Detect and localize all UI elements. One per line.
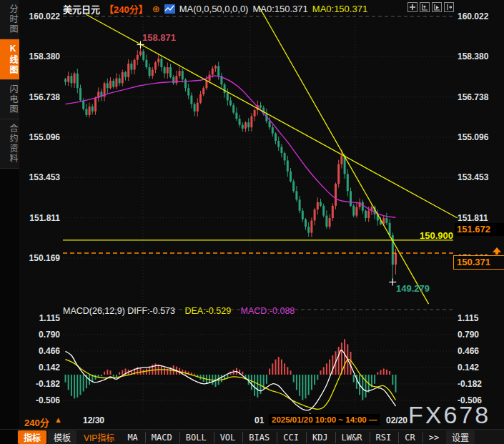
macd-tick-left: 0.466	[19, 346, 60, 356]
toolbar-tab-more[interactable]: >>	[423, 432, 445, 443]
period-label: 【240分】	[104, 2, 148, 16]
macd-tick-right: 0.466	[458, 346, 502, 356]
price-tick-right: 153.453	[458, 172, 502, 182]
sidebar-item-timeshare-chart[interactable]: 分时图	[0, 0, 19, 39]
sidebar-item-kline-chart[interactable]: K线图	[0, 39, 19, 80]
timeframe-arrow-icon[interactable]: ▲	[54, 415, 62, 424]
sidebar-item-contract-info[interactable]: 合约资料	[0, 119, 19, 169]
toolbar-tab-vip-indicator[interactable]: VIP指标	[78, 430, 120, 444]
hlines-layer	[63, 240, 453, 253]
symbol-name: 美元日元	[63, 2, 100, 16]
sidebar: 分时图K线图闪电图合约资料	[0, 0, 19, 169]
ma0-value-yellow: MA0:150.371	[312, 4, 367, 14]
toolbar-corner	[0, 430, 17, 444]
toolbar-tab-template[interactable]: 模板	[48, 430, 76, 444]
price-tick-right: 151.811	[458, 213, 502, 223]
axis-play-icon[interactable]	[432, 2, 442, 12]
add-indicator-icon[interactable]: ⊕	[152, 4, 160, 14]
toolbar-tab-cci[interactable]: CCI	[277, 432, 305, 443]
price-tick-right: 156.738	[458, 92, 502, 102]
macd-tick-left: 0.142	[19, 362, 60, 373]
peak-price-annotation: 158.871	[142, 32, 176, 43]
macd-tick-left: 1.115	[19, 313, 60, 323]
crosshair-readout: 2025/01/20 10:00 ~ 14:00 —	[269, 414, 380, 425]
price-tick-left: 158.380	[19, 51, 60, 61]
price-tick-left: 156.738	[19, 92, 60, 102]
indicator-toolbar: 指标模板VIP指标MAMACDBOLLVOLBIASCCIKDJLW&RRSIC…	[0, 429, 504, 444]
toolbar-tab-vol[interactable]: VOL	[214, 432, 242, 443]
macd-hist-value: MACD:-0.088	[241, 306, 295, 316]
toolbar-tab-settings[interactable]: 设置	[446, 430, 475, 444]
watermark: FX678	[408, 401, 490, 429]
price-tick-left: 151.811	[19, 213, 60, 223]
toolbar-tab-bias[interactable]: BIAS	[242, 432, 275, 443]
toolbar-tab-indicator[interactable]: 指标	[18, 430, 46, 444]
low-price-annotation: 149.279	[396, 283, 430, 294]
macd-tick-right: 0.790	[458, 330, 502, 340]
macd-dea-value: DEA:-0.529	[184, 306, 231, 316]
exit-pan-icon[interactable]	[444, 2, 454, 12]
price-tick-left: 150.169	[19, 253, 60, 263]
sidebar-item-lightning-chart[interactable]: 闪电图	[0, 80, 19, 119]
toolbar-tab-ma[interactable]: MA	[122, 432, 143, 443]
x-axis-label: 02/20	[386, 415, 407, 425]
price-tick-left: 153.453	[19, 172, 60, 182]
chart-legend: 美元日元 【240分】 ⊕ MA(0,0,50,0,0,0) MA0:150.3…	[63, 3, 367, 14]
crosshair-move-icon[interactable]	[407, 2, 417, 12]
sidebar-lower-panel	[0, 147, 19, 429]
last-price-box: 150.371	[453, 255, 504, 270]
ma0-value-white: MA0:150.371	[252, 4, 307, 14]
toolbar-tab-kdj[interactable]: KDJ	[306, 432, 334, 443]
macd-layer	[65, 339, 397, 410]
price-tick-right: 155.096	[458, 132, 502, 142]
toolbar-tab-rsi[interactable]: RSI	[370, 432, 397, 443]
toolbar-tab-cr[interactable]: CR	[398, 432, 420, 443]
toolbar-tab-boll[interactable]: BOLL	[179, 432, 212, 443]
x-axis-label: 01	[255, 415, 264, 425]
price-anchor-icon	[492, 247, 502, 255]
macd-legend: MACD(26,12,9) DIFF:-0.573 DEA:-0.529 MAC…	[63, 306, 295, 316]
macd-tick-left: 0.790	[19, 330, 60, 340]
price-tick-right: 160.022	[458, 11, 502, 21]
macd-tick-left: -0.182	[19, 379, 60, 389]
chart-toolbar-top-right	[407, 2, 454, 12]
price-tick-left: 160.022	[19, 11, 60, 21]
support-line-label: 150.900	[400, 230, 453, 241]
candles-layer	[64, 44, 397, 280]
ma-formula: MA(0,0,50,0,0,0)	[179, 4, 249, 14]
macd-tick-left: -0.506	[19, 395, 60, 405]
axis-zoom-up-icon[interactable]	[420, 2, 430, 12]
ma-price-box: 151.672	[455, 223, 504, 236]
trendlines-layer	[86, 6, 458, 304]
macd-diff-value: MACD(26,12,9) DIFF:-0.573	[63, 306, 175, 316]
macd-tick-right: -0.182	[458, 379, 502, 389]
chart-type-icon[interactable]	[164, 4, 175, 14]
price-tick-right: 158.380	[458, 51, 502, 61]
toolbar-tab-lwr[interactable]: LW&R	[335, 432, 368, 443]
price-tick-left: 155.096	[19, 132, 60, 142]
macd-tick-right: 1.115	[458, 313, 502, 323]
timeframe-label[interactable]: 240分	[24, 415, 49, 429]
chart-canvas[interactable]	[0, 0, 504, 429]
x-axis-label: 12/30	[83, 415, 104, 425]
macd-tick-right: 0.142	[458, 362, 502, 373]
toolbar-tab-macd[interactable]: MACD	[145, 432, 178, 443]
chart-application: 分时图K线图闪电图合约资料 美元日元 【240分】 ⊕ MA(0,0,50,0,…	[0, 0, 504, 444]
